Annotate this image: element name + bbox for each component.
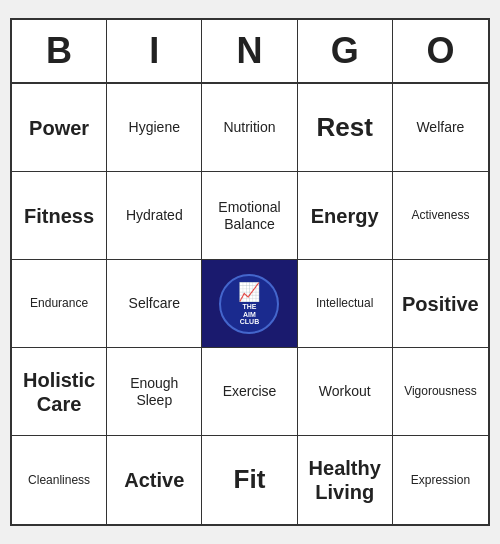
- free-space-logo: 📈 THEAIMCLUB: [219, 274, 279, 334]
- cell-r1c1: Power: [12, 84, 107, 172]
- cell-r5c5: Expression: [393, 436, 488, 524]
- bingo-card: B I N G O Power Hygiene Nutrition Rest W…: [10, 18, 490, 526]
- cell-r4c5: Vigorousness: [393, 348, 488, 436]
- cell-r5c4: Healthy Living: [298, 436, 393, 524]
- header-o: O: [393, 20, 488, 82]
- cell-r5c1: Cleanliness: [12, 436, 107, 524]
- cell-r3c5: Positive: [393, 260, 488, 348]
- cell-r4c4: Workout: [298, 348, 393, 436]
- header-g: G: [298, 20, 393, 82]
- cell-r3c1: Endurance: [12, 260, 107, 348]
- cell-r1c5: Welfare: [393, 84, 488, 172]
- cell-r3c2: Selfcare: [107, 260, 202, 348]
- bingo-grid: Power Hygiene Nutrition Rest Welfare Fit…: [12, 84, 488, 524]
- cell-r1c4: Rest: [298, 84, 393, 172]
- header-n: N: [202, 20, 297, 82]
- logo-text: THEAIMCLUB: [240, 303, 259, 326]
- cell-r3c3-free: 📈 THEAIMCLUB: [202, 260, 297, 348]
- header-i: I: [107, 20, 202, 82]
- bingo-header: B I N G O: [12, 20, 488, 84]
- header-b: B: [12, 20, 107, 82]
- cell-r5c3: Fit: [202, 436, 297, 524]
- cell-r4c3: Exercise: [202, 348, 297, 436]
- cell-r4c1: Holistic Care: [12, 348, 107, 436]
- cell-r2c2: Hydrated: [107, 172, 202, 260]
- cell-r2c4: Energy: [298, 172, 393, 260]
- cell-r4c2: Enough Sleep: [107, 348, 202, 436]
- cell-r2c1: Fitness: [12, 172, 107, 260]
- cell-r3c4: Intellectual: [298, 260, 393, 348]
- cell-r2c5: Activeness: [393, 172, 488, 260]
- cell-r1c3: Nutrition: [202, 84, 297, 172]
- cell-r1c2: Hygiene: [107, 84, 202, 172]
- cell-r2c3: Emotional Balance: [202, 172, 297, 260]
- cell-r5c2: Active: [107, 436, 202, 524]
- chart-icon: 📈: [238, 281, 260, 303]
